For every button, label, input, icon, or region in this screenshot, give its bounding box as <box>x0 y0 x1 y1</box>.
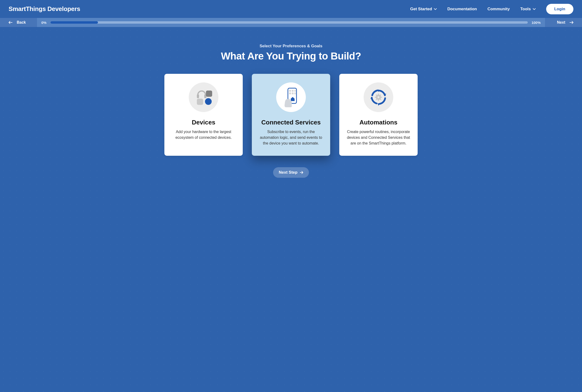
arrow-right-icon <box>570 21 574 24</box>
progress-end-label: 100% <box>532 20 541 24</box>
option-cards: Devices Add your hardware to the largest… <box>0 74 582 156</box>
svg-rect-15 <box>378 94 379 95</box>
arrow-left-icon <box>8 21 12 24</box>
card-connected-services[interactable]: Connected Services Subscribe to events, … <box>252 74 330 156</box>
wizard-progress-row: Back 0% 100% Next <box>0 18 582 27</box>
svg-rect-3 <box>197 99 203 105</box>
nav-get-started[interactable]: Get Started <box>410 7 437 12</box>
svg-rect-17 <box>375 97 376 98</box>
card-connected-services-desc: Subscribe to events, run the automation … <box>258 129 324 146</box>
svg-rect-12 <box>288 99 290 103</box>
svg-rect-16 <box>378 99 379 101</box>
devices-icon <box>189 82 218 112</box>
page-eyebrow: Select Your Preferences & Goals <box>0 44 582 48</box>
nav-tools[interactable]: Tools <box>520 7 536 12</box>
progress-track <box>50 21 528 24</box>
svg-point-4 <box>205 98 212 105</box>
svg-rect-8 <box>294 90 296 92</box>
card-connected-services-title: Connected Services <box>261 119 321 126</box>
next-step-button[interactable]: Next Step <box>273 167 309 178</box>
svg-rect-11 <box>294 92 296 94</box>
chevron-down-icon <box>533 8 536 10</box>
next-button[interactable]: Next <box>545 18 582 27</box>
main-content: Select Your Preferences & Goals What Are… <box>0 27 582 206</box>
nav-community[interactable]: Community <box>488 7 510 12</box>
card-devices-title: Devices <box>192 119 215 126</box>
svg-rect-9 <box>289 92 291 94</box>
card-devices[interactable]: Devices Add your hardware to the largest… <box>164 74 243 156</box>
back-label: Back <box>17 20 26 24</box>
card-devices-desc: Add your hardware to the largest ecosyst… <box>171 129 236 140</box>
svg-rect-2 <box>206 90 212 97</box>
nav-documentation[interactable]: Documentation <box>447 7 477 12</box>
nav-tools-label: Tools <box>520 7 531 12</box>
nav-get-started-label: Get Started <box>410 7 432 12</box>
svg-point-14 <box>378 96 380 98</box>
progress-start-label: 0% <box>41 20 46 24</box>
progress-fill <box>50 21 98 24</box>
site-header: SmartThings Developers Get Started Docum… <box>0 0 582 18</box>
page-title: What Are You Trying to Build? <box>0 50 582 62</box>
connected-services-icon <box>276 82 306 112</box>
svg-rect-7 <box>292 90 294 92</box>
svg-rect-18 <box>380 97 382 98</box>
site-logo[interactable]: SmartThings Developers <box>8 5 80 13</box>
progress-bar-container: 0% 100% <box>37 18 545 27</box>
arrow-right-icon <box>300 171 303 174</box>
svg-rect-6 <box>289 90 291 92</box>
main-nav: Get Started Documentation Community Tool… <box>410 4 574 14</box>
next-label: Next <box>557 20 565 24</box>
svg-rect-10 <box>292 92 294 94</box>
back-button[interactable]: Back <box>0 18 37 27</box>
chevron-down-icon <box>434 8 437 10</box>
svg-rect-0 <box>197 94 199 98</box>
automations-icon <box>364 82 393 112</box>
card-automations-title: Automations <box>360 119 398 126</box>
card-automations-desc: Create powerful routines, incorporate de… <box>346 129 411 146</box>
next-step-label: Next Step <box>279 170 298 175</box>
login-button[interactable]: Login <box>546 4 574 14</box>
card-automations[interactable]: Automations Create powerful routines, in… <box>339 74 418 156</box>
